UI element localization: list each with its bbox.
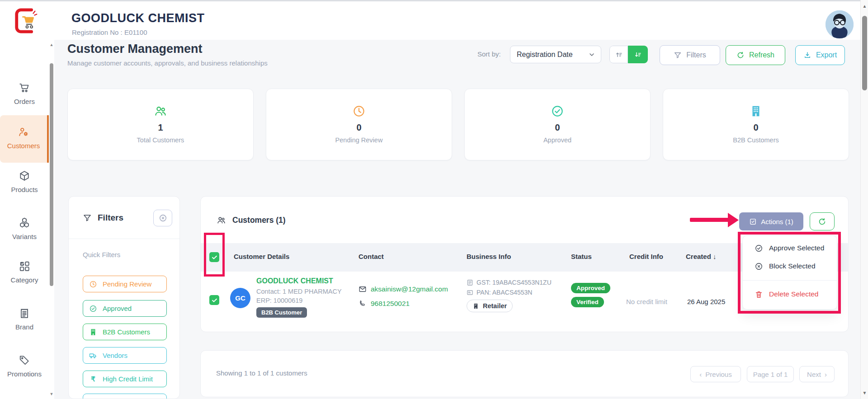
quick-filter-approved[interactable]: Approved — [83, 300, 167, 317]
check-circle-icon — [551, 104, 564, 118]
menu-item-block-selected[interactable]: Block Selected — [743, 258, 838, 275]
actions-dropdown-menu: Approve Selected Block Selected Delete S… — [742, 235, 837, 310]
table-refresh-button[interactable] — [810, 212, 835, 230]
column-business-info: Business Info — [467, 253, 511, 260]
row-checkbox[interactable] — [209, 295, 219, 305]
filters-button[interactable]: Filters — [660, 45, 720, 65]
annotation-arrow — [690, 218, 730, 222]
quick-filter-high-credit-limit[interactable]: ₹ High Credit Limit — [83, 371, 167, 387]
stat-value: 0 — [266, 122, 452, 133]
menu-item-delete-selected[interactable]: Delete Selected — [743, 286, 838, 303]
category-grid-icon — [19, 260, 30, 272]
annotation-arrow-head — [728, 213, 739, 227]
document-icon — [467, 279, 473, 286]
user-avatar[interactable] — [826, 10, 854, 38]
column-status: Status — [571, 253, 592, 260]
chevron-left-icon: ‹ — [699, 371, 702, 378]
sidebar-scrollbar[interactable]: ▲ ▼ — [49, 40, 54, 399]
menu-item-approve-selected[interactable]: Approve Selected — [743, 239, 838, 257]
check-circle-icon — [755, 244, 763, 253]
customer-phone-link[interactable]: 9681250021 — [359, 300, 410, 308]
customer-gear-icon — [18, 126, 29, 138]
customer-contact-line: Contact: 1 MED PHARMACY — [256, 288, 342, 295]
stat-card-total-customers: 1 Total Customers — [67, 89, 254, 160]
customer-management-app: GOODLUCK CHEMIST Registration No : E0110… — [0, 0, 868, 399]
chevron-right-icon: › — [825, 371, 827, 378]
refresh-icon — [818, 217, 826, 226]
stat-card-b2b-customers: 0 B2B Customers — [663, 89, 849, 160]
scroll-down-icon[interactable]: ▼ — [861, 390, 868, 395]
quick-filter-vendors[interactable]: Vendors — [83, 347, 167, 364]
stat-value: 0 — [465, 122, 650, 133]
download-icon — [803, 51, 811, 59]
sort-by-label: Sort by: — [477, 50, 501, 58]
customer-initials-avatar: GC — [230, 288, 250, 308]
select-all-checkbox[interactable] — [209, 252, 219, 262]
users-icon — [154, 104, 167, 118]
funnel-icon — [674, 51, 682, 59]
page-title: Customer Management — [67, 42, 203, 56]
building-icon — [472, 303, 479, 310]
sidebar-item-products[interactable]: Products — [0, 170, 49, 193]
bulk-actions-button[interactable]: Actions (1) — [739, 212, 803, 230]
sort-direction-toggle — [609, 46, 648, 63]
sidebar-item-variants[interactable]: Variants — [0, 217, 49, 240]
filters-panel: Filters Quick Filters Pending Review App… — [68, 196, 180, 399]
scroll-up-icon[interactable]: ▲ — [861, 4, 868, 9]
previous-page-button[interactable]: ‹ Previous — [690, 366, 741, 382]
quick-filter-pending-review[interactable]: Pending Review — [83, 276, 167, 292]
column-created-sort[interactable]: Created ↓ — [686, 253, 717, 260]
envelope-icon — [359, 285, 367, 293]
sort-field-value: Registration Date — [517, 51, 585, 59]
sidebar-item-brand[interactable]: Brand — [0, 307, 49, 331]
menu-divider — [743, 280, 838, 281]
quick-filter-recent-signups[interactable]: Recent Signups — [83, 394, 167, 399]
customers-card-title: Customers (1) — [217, 216, 286, 225]
building-icon — [749, 104, 763, 118]
page-scrollbar[interactable]: ▲ ▼ — [860, 0, 868, 399]
x-circle-icon — [755, 262, 763, 271]
created-date-value: 26 Aug 2025 — [687, 298, 725, 305]
sort-field-select[interactable]: Registration Date — [510, 46, 601, 63]
building-icon — [89, 328, 97, 336]
customer-name-link[interactable]: GOODLUCK CHEMIST — [256, 277, 333, 285]
pagination-summary: Showing 1 to 1 of 1 customers — [216, 369, 307, 377]
brand-name: GOODLUCK CHEMIST — [71, 11, 205, 25]
app-header: GOODLUCK CHEMIST Registration No : E0110… — [0, 0, 868, 40]
sidebar-item-customers[interactable]: Customers — [0, 115, 49, 163]
trash-icon — [755, 290, 763, 299]
stat-label: Approved — [465, 136, 650, 144]
check-circle-icon — [89, 305, 97, 313]
quick-filters-label: Quick Filters — [83, 251, 120, 258]
page-scrollbar-thumb[interactable] — [862, 16, 867, 90]
clock-icon — [89, 280, 97, 288]
filters-panel-title: Filters — [98, 213, 123, 223]
truck-icon — [89, 352, 97, 360]
customer-pan: PAN: ABACS4553N — [467, 289, 532, 296]
scroll-up-icon[interactable]: ▲ — [49, 42, 54, 47]
box-icon — [19, 170, 30, 182]
next-page-button[interactable]: Next › — [799, 366, 835, 382]
column-credit-info: Credit Info — [629, 253, 663, 260]
sidebar-scrollbar-thumb[interactable] — [50, 63, 53, 286]
rupee-icon: ₹ — [89, 375, 97, 383]
stat-card-pending-review: 0 Pending Review — [266, 89, 452, 160]
sidebar-item-promotions[interactable]: Promotions — [0, 354, 49, 378]
registration-number: Registration No : E01100 — [72, 28, 147, 36]
sort-descending-button[interactable] — [628, 46, 648, 63]
sidebar-item-orders[interactable]: Orders — [0, 82, 49, 105]
refresh-button[interactable]: Refresh — [726, 45, 785, 65]
stat-label: Total Customers — [68, 136, 253, 144]
customer-email-link[interactable]: aksainisw@12gmail.com — [359, 285, 448, 293]
quick-filter-b2b-customers[interactable]: B2B Customers — [83, 324, 167, 340]
sort-ascending-button[interactable] — [609, 46, 628, 63]
export-button[interactable]: Export — [795, 45, 845, 65]
cubes-icon — [19, 217, 30, 229]
clear-filters-button[interactable] — [153, 210, 172, 226]
stat-value: 0 — [663, 122, 849, 133]
scroll-down-icon[interactable]: ▼ — [49, 392, 54, 396]
stat-card-approved: 0 Approved — [464, 89, 651, 160]
sidebar-item-category[interactable]: Category — [0, 260, 49, 284]
column-customer-details: Customer Details — [234, 253, 289, 260]
filters-panel-header: Filters — [69, 197, 179, 239]
